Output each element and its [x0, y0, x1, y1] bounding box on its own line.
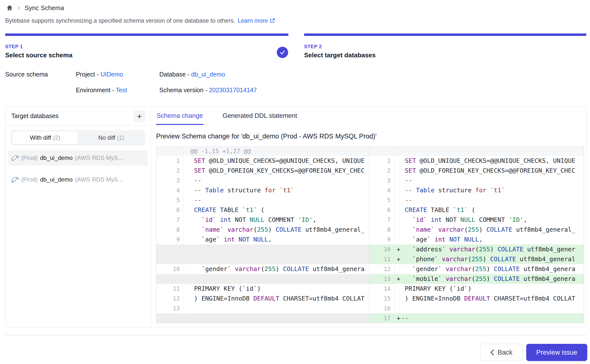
diff-row: 8 `name` varchar(255) COLLATE utf8mb4_ge… — [156, 225, 584, 235]
diff-code-line: PRIMARY KEY (`id`) — [395, 284, 584, 294]
diff-line-number: 6 — [156, 205, 184, 215]
step1-header: STEP 1 Select source schema — [5, 44, 72, 59]
source-environment-field: Environment - Test — [76, 87, 127, 94]
source-database-field: Database - db_ui_demo — [159, 71, 225, 78]
step2-label: STEP 2 — [304, 44, 376, 49]
back-button[interactable]: Back — [480, 344, 523, 361]
diff-code-line: `gender` varchar(255) COLLATE utf8mb4_ge… — [395, 264, 584, 274]
diff-line-number: 3 — [370, 176, 395, 185]
diff-row: 11 PRIMARY KEY (`id`)14 PRIMARY KEY (`id… — [156, 284, 584, 294]
diff-line-number: 9 — [156, 235, 184, 244]
diff-row: 17+-- — [156, 313, 584, 323]
diff-code-line: + `phone` varchar(255) COLLATE utf8mb4_g… — [395, 254, 584, 264]
diff-line-number: 14 — [370, 284, 395, 294]
diff-line-number: 8 — [156, 225, 184, 235]
target-database-item[interactable]: (Prod) db_ui_demo (AWS RDS MyS... — [8, 150, 148, 166]
diff-line-number: 12 — [370, 264, 395, 274]
diff-code-line: -- — [395, 195, 584, 205]
tab-with-diff[interactable]: With diff (2) — [12, 131, 78, 144]
diff-code-line: SET @OLD_FOREIGN_KEY_CHECKS=@@FOREIGN_KE… — [395, 166, 584, 176]
diff-code-line — [184, 254, 370, 264]
diff-added-marker: + — [397, 254, 400, 264]
schema-diff-viewer[interactable]: @@ -1,15 +1,27 @@1 SET @OLD_UNIQUE_CHECK… — [156, 147, 584, 323]
diff-row: 10+ `address` varchar(255) COLLATE utf8m… — [156, 244, 584, 254]
source-version-field: Schema version - 20230317014147 — [159, 87, 257, 94]
diff-code-line: PRIMARY KEY (`id`) — [184, 284, 370, 294]
diff-line-number — [156, 244, 184, 254]
tab-generated-ddl[interactable]: Generated DDL statement — [222, 112, 298, 125]
step2-title: Select target databases — [304, 51, 376, 59]
diff-row: 9 `age` int NOT NULL,9 `age` int NOT NUL… — [156, 235, 584, 244]
preview-title: Preview Schema change for 'db_ui_demo (P… — [156, 133, 377, 140]
diff-code-line — [395, 147, 584, 156]
external-link-icon — [269, 18, 275, 24]
diff-code-line: -- — [395, 176, 584, 185]
diff-code-line: -- Table structure for `t1` — [395, 185, 584, 195]
diff-code-line — [184, 244, 370, 254]
check-icon — [279, 49, 286, 56]
diff-line-number: 5 — [370, 195, 395, 205]
mysql-icon — [11, 176, 19, 183]
target-databases-header: Target databases + — [5, 107, 151, 126]
tab-schema-change[interactable]: Schema change — [156, 112, 203, 125]
diff-code-line: SET @OLD_FOREIGN_KEY_CHECKS=@@FOREIGN_KE… — [184, 166, 370, 176]
db-name: db_ui_demo — [40, 154, 73, 161]
preview-issue-button[interactable]: Preview issue — [526, 344, 587, 361]
step1-progress-bar — [5, 33, 288, 36]
diff-row: 3 --3 -- — [156, 176, 584, 185]
diff-code-line: `name` varchar(255) COLLATE utf8mb4_gene… — [184, 225, 370, 235]
preview-tabs: Schema change Generated DDL statement — [156, 112, 297, 125]
database-link[interactable]: db_ui_demo — [191, 71, 225, 78]
diff-code-line: `age` int NOT NULL, — [184, 235, 370, 244]
target-databases-panel: Target databases + With diff (2) No diff… — [5, 107, 151, 327]
db-instance: (AWS RDS MyS... — [75, 154, 123, 161]
diff-line-number: 11 — [156, 284, 184, 294]
diff-row: 2 SET @OLD_FOREIGN_KEY_CHECKS=@@FOREIGN_… — [156, 166, 584, 176]
diff-added-marker: + — [397, 274, 400, 284]
target-database-item[interactable]: (Prod) db_ui_demo (AWS RDS MyS... — [8, 172, 148, 187]
db-name: db_ui_demo — [40, 176, 73, 183]
schema-version-link[interactable]: 20230317014147 — [209, 87, 257, 93]
diff-row: 1 SET @OLD_UNIQUE_CHECKS=@@UNIQUE_CHECKS… — [156, 156, 584, 166]
diff-added-marker: + — [397, 244, 400, 254]
breadcrumb: › Sync Schema — [6, 3, 64, 12]
diff-code-line: CREATE TABLE `t1` ( — [184, 205, 370, 215]
learn-more-link[interactable]: Learn more — [238, 17, 275, 24]
diff-code-line: CREATE TABLE `t1` ( — [395, 205, 584, 215]
diff-line-number: 15 — [370, 294, 395, 303]
diff-code-line: `id` int NOT NULL COMMENT 'ID', — [395, 215, 584, 225]
diff-code-line: `gender` varchar(255) COLLATE utf8mb4_ge… — [184, 264, 370, 274]
diff-line-number: 11 — [370, 254, 395, 264]
mysql-icon — [11, 155, 19, 161]
step2-progress-bar — [304, 33, 586, 36]
diff-row: 4 -- Table structure for `t1`4 -- Table … — [156, 185, 584, 195]
diff-line-number: 9 — [370, 235, 395, 244]
main-panel: Target databases + With diff (2) No diff… — [5, 107, 587, 328]
diff-code-line — [395, 303, 584, 313]
diff-code-line: SET @OLD_UNIQUE_CHECKS=@@UNIQUE_CHECKS, … — [395, 156, 584, 166]
step2-header: STEP 2 Select target databases — [304, 44, 376, 59]
breadcrumb-current: Sync Schema — [25, 4, 64, 12]
diff-line-number: 1 — [370, 156, 395, 166]
diff-row: 11+ `phone` varchar(255) COLLATE utf8mb4… — [156, 254, 584, 264]
footer-divider — [5, 335, 586, 335]
tab-no-diff[interactable]: No diff (1) — [78, 131, 144, 144]
db-environment: (Prod) — [21, 154, 38, 161]
diff-code-line: ) ENGINE=InnoDB DEFAULT CHARSET=utf8mb4 … — [184, 294, 370, 303]
diff-row: 6 CREATE TABLE `t1` (6 CREATE TABLE `t1`… — [156, 205, 584, 215]
diff-line-number: 13 — [156, 303, 184, 313]
home-icon[interactable] — [6, 4, 13, 12]
diff-line-number: 6 — [370, 205, 395, 215]
environment-link[interactable]: Test — [116, 87, 127, 93]
step1-complete-badge — [277, 47, 288, 58]
diff-line-number: 2 — [370, 166, 395, 176]
diff-line-number — [156, 274, 184, 284]
add-target-database-button[interactable]: + — [133, 110, 145, 122]
project-link[interactable]: UIDemo — [100, 71, 123, 78]
diff-line-number: 10 — [156, 264, 184, 274]
diff-line-number: 7 — [370, 215, 395, 225]
diff-code-line: @@ -1,15 +1,27 @@ — [184, 147, 370, 156]
diff-code-line — [184, 303, 370, 313]
diff-line-number: 10 — [370, 244, 395, 254]
diff-line-number: 8 — [370, 225, 395, 235]
